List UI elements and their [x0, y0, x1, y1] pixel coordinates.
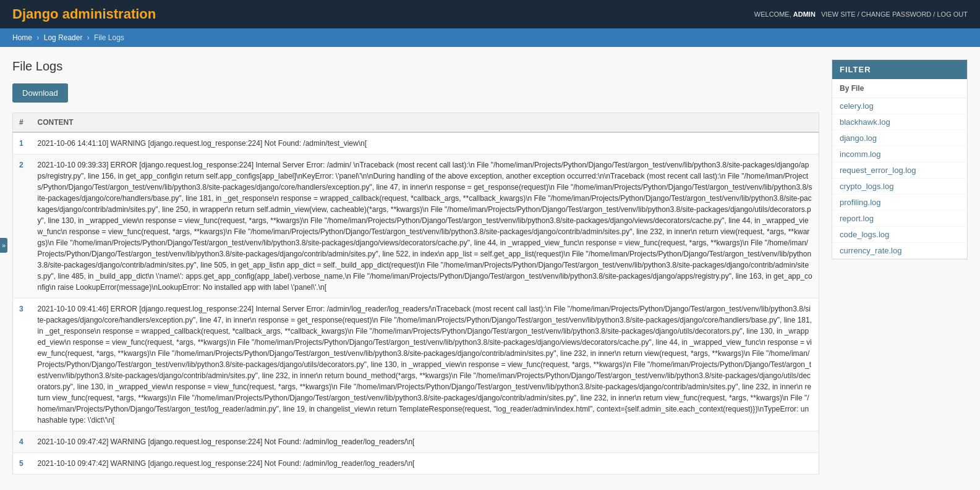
row-number: 3	[13, 298, 32, 431]
table-body: 12021-10-06 14:41:10] WARNING [django.re…	[13, 132, 819, 475]
col-header-num: #	[13, 113, 32, 133]
sidebar: FILTER By File celery.logblackhawk.logdj…	[832, 59, 968, 475]
filter-header: FILTER	[832, 60, 967, 79]
filter-item[interactable]: incomm.log	[832, 146, 967, 163]
page-title: File Logs	[12, 59, 819, 74]
filter-item[interactable]: crypto_logs.log	[832, 179, 967, 195]
table-row: 42021-10-10 09:47:42] WARNING [django.re…	[13, 431, 819, 453]
row-content: 2021-10-06 14:41:10] WARNING [django.req…	[32, 132, 819, 154]
breadcrumbs: Home › Log Reader › File Logs	[0, 28, 980, 47]
col-header-content: CONTENT	[32, 113, 819, 133]
filter-item[interactable]: celery.log	[832, 98, 967, 114]
row-content: 2021-10-10 09:41:46] ERROR [django.reque…	[32, 298, 819, 431]
log-out-link[interactable]: LOG OUT	[937, 11, 968, 18]
row-number: 4	[13, 431, 32, 453]
filter-item[interactable]: profiling.log	[832, 195, 967, 211]
table-row: 32021-10-10 09:41:46] ERROR [django.requ…	[13, 298, 819, 431]
header: Django administration WELCOME, ADMIN VIE…	[0, 0, 980, 28]
content-area: File Logs Download # CONTENT 12021-10-06…	[12, 59, 819, 475]
sidebar-toggle-button[interactable]: »	[0, 238, 7, 253]
filter-item[interactable]: code_logs.log	[832, 227, 967, 243]
row-number: 1	[13, 132, 32, 154]
table-row: 12021-10-06 14:41:10] WARNING [django.re…	[13, 132, 819, 154]
view-site-link[interactable]: VIEW SITE	[821, 11, 856, 18]
row-content: 2021-10-10 09:47:42] WARNING [django.req…	[32, 453, 819, 475]
table-row: 22021-10-10 09:39:33] ERROR [django.requ…	[13, 154, 819, 298]
user-tools: WELCOME, ADMIN VIEW SITE / CHANGE PASSWO…	[754, 11, 968, 18]
filter-item[interactable]: blackhawk.log	[832, 114, 967, 130]
breadcrumb-log-reader[interactable]: Log Reader	[44, 33, 83, 42]
table-row: 52021-10-10 09:47:42] WARNING [django.re…	[13, 453, 819, 475]
change-password-link[interactable]: CHANGE PASSWORD	[861, 11, 931, 18]
breadcrumb-home[interactable]: Home	[12, 33, 32, 42]
filter-item[interactable]: django.log	[832, 130, 967, 146]
log-table: # CONTENT 12021-10-06 14:41:10] WARNING …	[12, 112, 819, 475]
username: ADMIN	[793, 11, 816, 18]
breadcrumb-separator-1: ›	[36, 33, 41, 42]
row-number: 5	[13, 453, 32, 475]
site-title: Django administration	[12, 6, 156, 22]
row-number: 2	[13, 154, 32, 298]
row-content: 2021-10-10 09:47:42] WARNING [django.req…	[32, 431, 819, 453]
filter-box: FILTER By File celery.logblackhawk.logdj…	[832, 59, 968, 260]
breadcrumb-separator-2: ›	[87, 33, 92, 42]
table-header-row: # CONTENT	[13, 113, 819, 133]
row-content: 2021-10-10 09:39:33] ERROR [django.reque…	[32, 154, 819, 298]
breadcrumb-current: File Logs	[94, 33, 124, 42]
filter-items: celery.logblackhawk.logdjango.logincomm.…	[832, 98, 967, 259]
welcome-text: WELCOME,	[754, 11, 791, 18]
filter-section-title: By File	[832, 79, 967, 98]
filter-item[interactable]: currency_rate.log	[832, 243, 967, 259]
filter-item[interactable]: report.log	[832, 211, 967, 227]
download-button[interactable]: Download	[12, 83, 68, 103]
filter-item[interactable]: request_error_log.log	[832, 163, 967, 179]
main-content: File Logs Download # CONTENT 12021-10-06…	[0, 47, 980, 487]
